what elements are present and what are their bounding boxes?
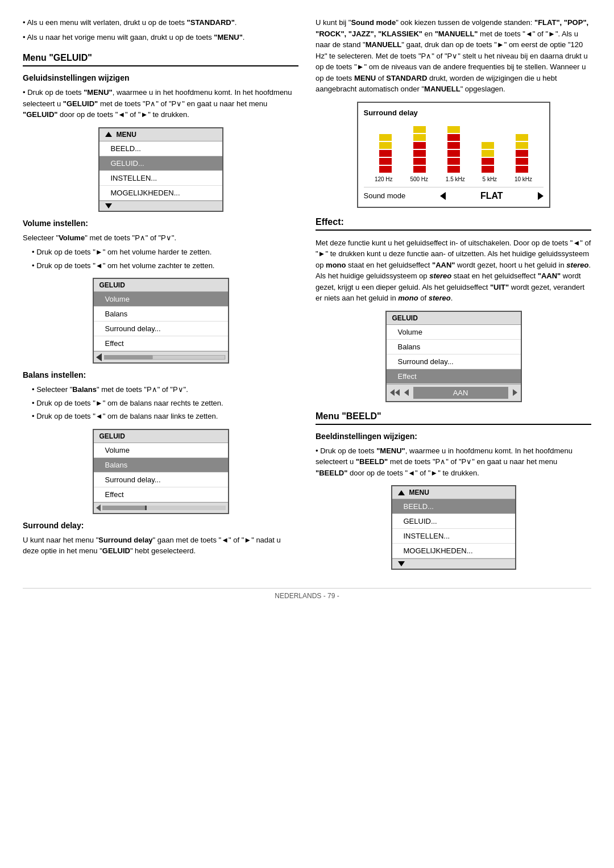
eq-group-5k: [482, 142, 494, 173]
menu-item-instellen[interactable]: INSTELLEN...: [99, 171, 222, 186]
menu-geluid-header: Menu "GELUID": [23, 53, 298, 66]
arrow-down-icon: [105, 203, 112, 208]
surround-header: Surround delay:: [23, 521, 298, 530]
effect-arrow-right[interactable]: [513, 389, 517, 396]
surround-delay-box: Surround delay: [357, 102, 550, 208]
eq-bar-red5-1k5: [447, 134, 460, 141]
effect-footer: AAN: [387, 384, 521, 401]
eq-group-500: [413, 126, 426, 173]
balans-bullet-1: Druk op de toets "►" om de balans naar r…: [23, 398, 298, 409]
eq-bar-red3-500: [413, 150, 426, 157]
menu-item-mogelijkheden[interactable]: MOGELIJKHEDEN...: [99, 186, 222, 201]
geluid-item-surround-1[interactable]: Surround delay...: [94, 322, 228, 336]
geluid-box-header-2: GELUID: [94, 430, 228, 443]
surround-box-title: Surround delay: [364, 108, 544, 117]
eq-bars-500: [413, 126, 426, 173]
eq-bar-yellow2-120: [379, 134, 392, 141]
geluid-item-surround-2[interactable]: Surround delay...: [94, 473, 228, 487]
volume-header: Volume instellen:: [23, 219, 298, 228]
geluid-item-surround-3[interactable]: Surround delay...: [387, 354, 521, 369]
geluid-footer-1: [94, 351, 228, 362]
intro-section: • Als u een menu wilt verlaten, drukt u …: [23, 17, 298, 43]
eq-bar-red-10k: [516, 166, 528, 173]
eq-bar-yellow2-10k: [516, 134, 528, 141]
eq-bar-red2-120: [379, 158, 392, 165]
eq-bars-1k5: [447, 126, 460, 173]
eq-bar-red-1k5: [447, 166, 460, 173]
eq-bar-red4-1k5: [447, 142, 460, 149]
left-column: • Als u een menu wilt verlaten, drukt u …: [23, 17, 298, 577]
sound-mode-arrow-right[interactable]: [538, 192, 544, 200]
geluid-item-volume-2[interactable]: Volume: [94, 443, 228, 458]
menu-item-beeld[interactable]: BEELD...: [99, 141, 222, 156]
beeld-menu-item-geluid[interactable]: GELUID...: [392, 514, 515, 529]
eq-group-10k: [516, 134, 528, 173]
sound-mode-value: FLAT: [480, 191, 503, 201]
geluid-intro-text: • Druk op de toets "MENU", waarmee u in …: [23, 87, 298, 120]
eq-bar-red2-10k: [516, 158, 528, 165]
balans-footer-inner: [96, 504, 226, 511]
beeld-menu-item-instellen[interactable]: INSTELLEN...: [392, 529, 515, 544]
volume-bullet-2: Druk op de toets "◄" om het volume zacht…: [23, 260, 298, 272]
eq-bar-red-5k: [482, 166, 494, 173]
eq-bar-yellow2-5k: [482, 142, 494, 149]
arrow-up-icon: [105, 132, 112, 137]
eq-bar-red3-1k5: [447, 150, 460, 157]
beeld-menu-box-footer: [392, 558, 515, 569]
surround-text: U kunt naar het menu "Surround delay" ga…: [23, 535, 298, 557]
page-footer: NEDERLANDS - 79 -: [23, 588, 591, 600]
eq-bar-yellow-500: [413, 134, 426, 141]
eq-bar-yellow2-500: [413, 126, 426, 133]
eq-bars-5k: [482, 142, 494, 173]
geluid-footer-inner-1: [94, 352, 228, 362]
intro-bullet-1: • Als u een menu wilt verlaten, drukt u …: [23, 17, 298, 28]
eq-group-1k5: [447, 126, 460, 173]
page: • Als u een menu wilt verlaten, drukt u …: [0, 0, 614, 611]
main-content: • Als u een menu wilt verlaten, drukt u …: [23, 17, 591, 577]
triangle-left-icon-1: [96, 353, 102, 361]
geluid-item-balans-2[interactable]: Balans: [94, 458, 228, 473]
geluid-item-effect-1[interactable]: Effect: [94, 336, 228, 351]
effect-arrow-left-2: [395, 389, 400, 396]
geluid-item-volume-3[interactable]: Volume: [387, 325, 521, 340]
effect-text: Met deze functie kunt u het geluidseffec…: [316, 237, 591, 304]
beeld-menu-item-mogelijkheden[interactable]: MOGELIJKHEDEN...: [392, 544, 515, 558]
eq-label-5k: 5 kHz: [483, 176, 497, 182]
beeld-arrow-up-icon: [398, 490, 405, 495]
balans-header: Balans instellen:: [23, 370, 298, 379]
menu-item-geluid[interactable]: GELUID...: [99, 156, 222, 171]
geluid-balans-box: GELUID Volume Balans Surround delay... E…: [93, 429, 229, 514]
balans-footer: [94, 502, 228, 513]
right-column: U kunt bij "Sound mode" ook kiezen tusse…: [316, 17, 591, 577]
effect-arrow-left-3: [404, 389, 409, 396]
geluid-item-balans-1[interactable]: Balans: [94, 307, 228, 322]
beeld-menu-box-header: MENU: [392, 486, 515, 499]
menu-label: "MENU": [214, 33, 243, 41]
geluid-item-volume-1[interactable]: Volume: [94, 292, 228, 307]
effect-dbl-arrow: [390, 389, 400, 396]
balans-slider: [102, 506, 226, 510]
volume-text: Selecteer "Volume" met de toets "P∧" of …: [23, 232, 298, 244]
geluid-item-balans-3[interactable]: Balans: [387, 340, 521, 354]
eq-bar-yellow-1k5: [447, 126, 460, 133]
eq-bar-yellow-120: [379, 142, 392, 149]
slider-fill-left-1: [104, 355, 153, 360]
balans-slider-fill: [102, 506, 146, 510]
slider-fill-right-1: [152, 355, 225, 360]
balans-slider-thumb: [145, 506, 147, 510]
balans-arrow-left: [96, 504, 101, 511]
balans-bullet-2: Druk op de toets "◄" om de balans naar l…: [23, 411, 298, 422]
eq-bar-red4-500: [413, 142, 426, 149]
balans-text: Selecteer "Balans" met de toets "P∧" of …: [23, 384, 298, 395]
beeld-menu-item-beeld[interactable]: BEELD...: [392, 499, 515, 514]
geluidsinstellingen-header: Geluidsinstellingen wijzigen: [23, 73, 298, 82]
geluid-item-effect-2[interactable]: Effect: [94, 487, 228, 502]
slider-bar-1: [104, 355, 226, 360]
eq-group-120: [379, 134, 392, 173]
beeld-intro-text: • Druk op de toets "MENU", waarmee u in …: [316, 445, 591, 479]
geluid-item-effect-3[interactable]: Effect: [387, 369, 521, 384]
geluid-box-header-1: GELUID: [94, 279, 228, 292]
sound-mode-arrow-left[interactable]: [440, 192, 446, 200]
equalizer: [364, 122, 544, 173]
menu-box-header: MENU: [99, 128, 222, 141]
